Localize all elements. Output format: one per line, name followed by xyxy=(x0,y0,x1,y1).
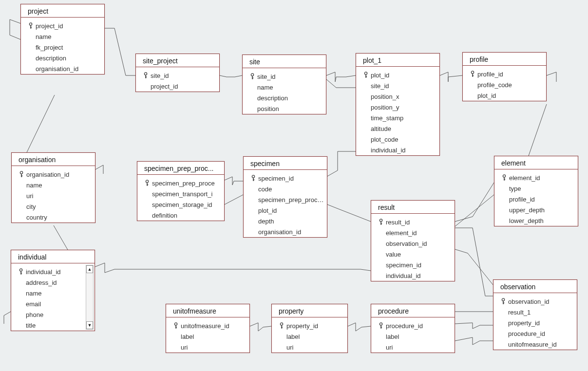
column-row[interactable]: project_id xyxy=(136,81,219,92)
table-profile[interactable]: profileprofile_idprofile_codeplot_id xyxy=(462,52,547,101)
table-result[interactable]: resultresult_idelement_idobservation_idv… xyxy=(371,200,455,281)
column-row[interactable]: uri xyxy=(166,342,249,352)
column-row[interactable]: description xyxy=(21,53,104,63)
column-row[interactable]: type xyxy=(494,183,578,194)
column-row[interactable]: site_id xyxy=(356,80,439,91)
column-row[interactable]: result_1 xyxy=(493,307,577,317)
column-row[interactable]: site_id xyxy=(243,71,326,82)
column-row[interactable]: code xyxy=(244,184,327,194)
table-site[interactable]: sitesite_idnamedescriptionposition xyxy=(242,55,326,114)
table-columns: plot_idsite_idposition_xposition_ytime_s… xyxy=(356,67,439,155)
column-row[interactable]: unitofmeasure_id xyxy=(493,339,577,350)
column-row[interactable]: plot_id xyxy=(244,205,327,216)
column-row[interactable]: plot_code xyxy=(356,134,439,145)
table-individual[interactable]: individualindividual_idaddress_idnameema… xyxy=(11,250,95,331)
column-row[interactable]: name xyxy=(243,82,326,93)
table-title: observation xyxy=(493,280,577,293)
column-row[interactable]: organisation_id xyxy=(244,226,327,237)
column-row[interactable]: element_id xyxy=(371,227,455,238)
svg-rect-22 xyxy=(21,175,22,176)
table-unitofmeasure[interactable]: unitofmeasureunitofmeasure_idlabeluri xyxy=(166,304,250,353)
column-row[interactable]: specimen_id xyxy=(244,173,327,184)
column-row[interactable]: specimen_prep_proce xyxy=(137,178,224,188)
column-row[interactable]: title xyxy=(11,320,95,331)
table-specimen[interactable]: specimenspecimen_idcodespecimen_prep_pro… xyxy=(243,156,327,238)
column-row[interactable]: position xyxy=(243,103,326,114)
column-row[interactable]: country xyxy=(12,212,95,223)
table-site_project[interactable]: site_projectsite_idproject_id xyxy=(135,54,220,92)
column-row[interactable]: profile_code xyxy=(463,79,546,90)
column-row[interactable]: specimen_id xyxy=(371,260,455,270)
table-plot_1[interactable]: plot_1plot_idsite_idposition_xposition_y… xyxy=(356,53,440,156)
column-row[interactable]: specimen_prep_process xyxy=(244,194,327,205)
column-row[interactable]: upper_depth xyxy=(494,204,578,215)
column-row[interactable]: name xyxy=(21,31,104,42)
column-row[interactable]: depth xyxy=(244,216,327,226)
column-row[interactable]: result_id xyxy=(371,217,455,227)
column-row[interactable]: fk_project xyxy=(21,42,104,53)
column-row[interactable]: name xyxy=(12,180,95,190)
column-row[interactable]: profile_id xyxy=(494,194,578,204)
table-project[interactable]: projectproject_idnamefk_projectdescripti… xyxy=(20,4,105,74)
column-row[interactable]: property_id xyxy=(272,320,347,331)
column-row[interactable]: position_y xyxy=(356,102,439,112)
column-row[interactable]: property_id xyxy=(493,317,577,328)
svg-point-16 xyxy=(471,71,474,74)
table-observation[interactable]: observationobservation_idresult_1propert… xyxy=(493,279,577,350)
column-row[interactable]: definition xyxy=(137,210,224,221)
scroll-down-button[interactable]: ▼ xyxy=(86,321,93,329)
column-row[interactable]: position_x xyxy=(356,91,439,102)
column-row[interactable]: plot_id xyxy=(356,70,439,80)
column-row[interactable]: observation_id xyxy=(371,238,455,249)
column-row[interactable]: label xyxy=(272,331,347,342)
column-row[interactable]: unitofmeasure_id xyxy=(166,320,249,331)
column-row[interactable]: procedure_id xyxy=(493,328,577,339)
column-row[interactable]: address_id xyxy=(11,277,95,288)
column-row[interactable]: time_stamp xyxy=(356,112,439,123)
table-element[interactable]: elementelement_idtypeprofile_idupper_dep… xyxy=(494,156,578,226)
column-name: unitofmeasure_id xyxy=(181,322,249,330)
scrollbar[interactable]: ▲▼ xyxy=(86,265,94,330)
column-name: project_id xyxy=(36,22,104,30)
column-row[interactable]: uri xyxy=(371,342,455,352)
svg-rect-55 xyxy=(380,328,381,328)
column-row[interactable]: individual_id xyxy=(371,270,455,281)
column-row[interactable]: city xyxy=(12,201,95,212)
column-name: name xyxy=(26,182,95,189)
table-specimen_prep_process[interactable]: specimen_prep_proc...specimen_prep_proce… xyxy=(137,161,225,221)
column-name: specimen_id xyxy=(386,261,455,269)
table-procedure[interactable]: procedureprocedure_idlabeluri xyxy=(371,304,455,353)
column-row[interactable]: procedure_id xyxy=(371,320,455,331)
column-row[interactable]: individual_id xyxy=(356,145,439,155)
column-row[interactable]: element_id xyxy=(494,172,578,183)
column-row[interactable]: altitude xyxy=(356,123,439,134)
column-row[interactable]: project_id xyxy=(21,20,104,31)
column-row[interactable]: uri xyxy=(12,190,95,201)
column-row[interactable]: email xyxy=(11,298,95,309)
column-row[interactable]: plot_id xyxy=(463,90,546,101)
column-row[interactable]: site_id xyxy=(136,70,219,81)
column-row[interactable]: lower_depth xyxy=(494,215,578,226)
table-property[interactable]: propertyproperty_idlabeluri xyxy=(271,304,348,353)
column-name: position xyxy=(257,105,326,112)
column-row[interactable]: observation_id xyxy=(493,296,577,307)
scroll-up-button[interactable]: ▲ xyxy=(86,265,93,273)
column-row[interactable]: value xyxy=(371,249,455,260)
column-row[interactable]: name xyxy=(11,288,95,298)
column-row[interactable]: specimen_transport_i xyxy=(137,188,224,199)
column-row[interactable]: organisation_id xyxy=(12,169,95,180)
column-row[interactable]: description xyxy=(243,93,326,103)
column-row[interactable]: specimen_storage_id xyxy=(137,199,224,210)
svg-point-40 xyxy=(19,269,22,271)
column-row[interactable]: label xyxy=(166,331,249,342)
column-row[interactable]: phone xyxy=(11,309,95,320)
table-organisation[interactable]: organisationorganisation_idnameuricityco… xyxy=(11,152,95,223)
column-row[interactable]: organisation_id xyxy=(21,63,104,74)
column-row[interactable]: individual_id xyxy=(11,266,95,277)
column-row[interactable]: label xyxy=(371,331,455,342)
column-row[interactable]: uri xyxy=(272,342,347,352)
column-name: procedure_id xyxy=(508,330,577,337)
svg-point-44 xyxy=(174,323,177,325)
column-row[interactable]: profile_id xyxy=(463,69,546,79)
column-name: profile_id xyxy=(509,196,578,203)
